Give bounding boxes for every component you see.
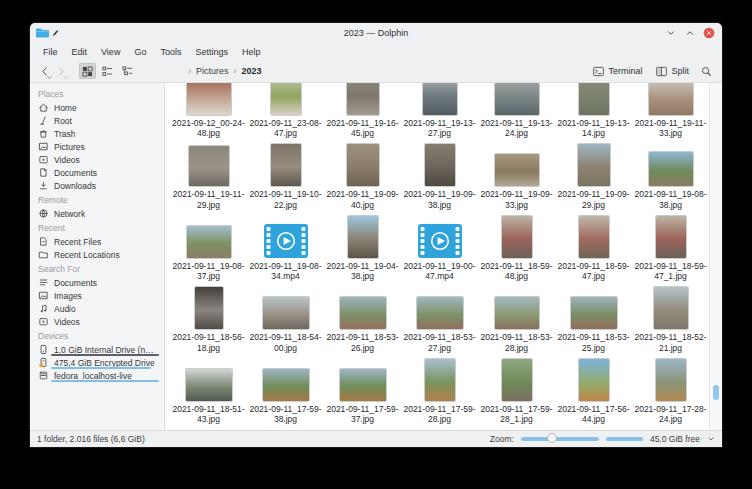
sidebar-item-audio[interactable]: Audio	[30, 302, 164, 315]
file-name: 2021-09-11_19-00-47.mp4	[401, 261, 478, 283]
sidebar-item-fedora-localhost-live[interactable]: fedora_localhost-live	[30, 369, 164, 382]
menu-item-help[interactable]: Help	[235, 45, 268, 59]
file-item[interactable]: 2021-09-11_19-10-22.jpg	[247, 140, 324, 212]
compact-view-button[interactable]	[99, 63, 116, 79]
sidebar-item-network[interactable]: Network	[30, 207, 164, 220]
breadcrumb-item-pictures[interactable]: Pictures	[194, 65, 231, 77]
file-item[interactable]: 2021-09-11_19-13-27.jpg	[401, 83, 478, 140]
file-item[interactable]: 2021-09-11_19-08-38.jpg	[632, 140, 709, 212]
sidebar-item-home[interactable]: Home	[30, 101, 164, 114]
content-area: PlacesHomeRootTrashPicturesVideosDocumen…	[30, 82, 722, 431]
sidebar-item-documents[interactable]: Documents	[30, 166, 164, 179]
file-item[interactable]: 2021-09-11_17-59-28.jpg	[401, 354, 478, 426]
file-item[interactable]: 2021-09-11_18-52-21.jpg	[632, 283, 709, 355]
file-item[interactable]: 2021-09-11_17-59-37.jpg	[324, 354, 401, 426]
file-item[interactable]: 2021-09-11_17-59-38.jpg	[247, 354, 324, 426]
photo-thumbnail	[401, 83, 478, 118]
breadcrumb-item-2023[interactable]: 2023	[240, 65, 264, 77]
minimize-button[interactable]	[665, 27, 677, 39]
file-item[interactable]: 2021-09-11_19-09-29.jpg	[555, 140, 632, 212]
file-item[interactable]: 2021-09-11_19-09-33.jpg	[478, 140, 555, 212]
file-item[interactable]: 2021-09-11_17-56-44.jpg	[555, 354, 632, 426]
file-item[interactable]: 2021-09-11_18-53-27.jpg	[401, 283, 478, 355]
download-icon	[38, 180, 49, 191]
back-dropdown-caret-icon	[47, 74, 52, 79]
sidebar-item-label: Root	[54, 116, 72, 126]
file-item[interactable]: 2021-09-11_18-59-48.jpg	[478, 211, 555, 283]
file-item[interactable]: 2021-09-11_19-00-47.mp4	[401, 211, 478, 283]
icons-view-button[interactable]	[79, 63, 96, 79]
scrollbar-thumb[interactable]	[713, 385, 719, 400]
sidebar-item-recent-files[interactable]: Recent Files	[30, 235, 164, 248]
menu-item-settings[interactable]: Settings	[188, 45, 235, 59]
photo-thumbnail	[247, 83, 324, 118]
file-name: 2021-09-11_19-04-38.jpg	[324, 261, 401, 283]
file-grid: 2021-09-12_00-24-48.jpg2021-09-11_23-08-…	[170, 83, 709, 426]
sidebar-item-downloads[interactable]: Downloads	[30, 179, 164, 192]
photo-thumbnail	[555, 354, 632, 404]
menu-item-file[interactable]: File	[36, 45, 65, 59]
photo-thumbnail	[401, 283, 478, 333]
photo-thumbnail	[324, 283, 401, 333]
file-item[interactable]: 2021-09-11_19-08-37.jpg	[170, 211, 247, 283]
sidebar-item-trash[interactable]: Trash	[30, 127, 164, 140]
file-item[interactable]: 2021-09-11_19-04-38.jpg	[324, 211, 401, 283]
search-icon	[701, 66, 712, 77]
search-button[interactable]	[698, 64, 715, 79]
photo-thumbnail	[170, 140, 247, 190]
menu-item-edit[interactable]: Edit	[65, 45, 95, 59]
file-item[interactable]: 2021-09-11_18-54-00.jpg	[247, 283, 324, 355]
file-item[interactable]: 2021-09-11_19-08-34.mp4	[247, 211, 324, 283]
forward-button[interactable]	[54, 63, 69, 79]
file-item[interactable]: 2021-09-11_19-16-45.jpg	[324, 83, 401, 140]
file-item[interactable]: 2021-09-11_18-59-47.jpg	[555, 211, 632, 283]
photo-thumbnail	[324, 140, 401, 190]
sidebar-item-videos[interactable]: Videos	[30, 315, 164, 328]
file-item[interactable]: 2021-09-11_18-51-43.jpg	[170, 354, 247, 426]
zoom-slider-handle[interactable]	[547, 433, 557, 443]
file-item[interactable]: 2021-09-11_19-13-24.jpg	[478, 83, 555, 140]
sidebar-item-images[interactable]: Images	[30, 289, 164, 302]
sidebar-section-remote: Remote	[30, 192, 164, 207]
sidebar-section-recent: Recent	[30, 220, 164, 235]
sidebar-item-documents[interactable]: Documents	[30, 276, 164, 289]
file-item[interactable]: 2021-09-11_19-11-33.jpg	[632, 83, 709, 140]
sidebar-item-475-4-gib-encrypted-drive[interactable]: 475,4 GiB Encrypted Drive	[30, 356, 164, 369]
split-button[interactable]: Split	[651, 64, 694, 79]
file-item[interactable]: 2021-09-11_18-53-28.jpg	[478, 283, 555, 355]
chevron-down-icon[interactable]	[707, 435, 715, 443]
file-item[interactable]: 2021-09-11_19-09-40.jpg	[324, 140, 401, 212]
file-item[interactable]: 2021-09-11_18-53-26.jpg	[324, 283, 401, 355]
menu-item-tools[interactable]: Tools	[153, 45, 188, 59]
vertical-scrollbar[interactable]	[709, 83, 722, 431]
file-item[interactable]: 2021-09-11_19-11-29.jpg	[170, 140, 247, 212]
sidebar-item-root[interactable]: Root	[30, 114, 164, 127]
file-item[interactable]: 2021-09-11_18-53-25.jpg	[555, 283, 632, 355]
menu-item-go[interactable]: Go	[127, 45, 153, 59]
sidebar-item-label: 475,4 GiB Encrypted Drive	[54, 358, 155, 368]
zoom-slider[interactable]	[521, 437, 599, 441]
maximize-button[interactable]	[684, 27, 696, 39]
file-item[interactable]: 2021-09-11_23-08-47.jpg	[247, 83, 324, 140]
file-item[interactable]: 2021-09-12_00-24-48.jpg	[170, 83, 247, 140]
file-name: 2021-09-11_18-53-28.jpg	[478, 332, 555, 354]
close-button[interactable]	[703, 27, 715, 39]
folder-view[interactable]: 2021-09-12_00-24-48.jpg2021-09-11_23-08-…	[165, 83, 709, 431]
file-item[interactable]: 2021-09-11_17-59-28_1.jpg	[478, 354, 555, 426]
sidebar-item-pictures[interactable]: Pictures	[30, 140, 164, 153]
back-button[interactable]	[37, 63, 52, 79]
file-item[interactable]: 2021-09-11_18-56-18.jpg	[170, 283, 247, 355]
sidebar-item-videos[interactable]: Videos	[30, 153, 164, 166]
recent-file-icon	[38, 236, 49, 247]
details-view-button[interactable]	[119, 63, 136, 79]
sidebar-item-recent-locations[interactable]: Recent Locations	[30, 248, 164, 261]
file-item[interactable]: 2021-09-11_19-13-14.jpg	[555, 83, 632, 140]
sidebar-item-1-0-gib-internal-drive-nvme0n-[interactable]: 1,0 GiB Internal Drive (nvme0n…	[30, 343, 164, 356]
menu-item-view[interactable]: View	[94, 45, 127, 59]
file-item[interactable]: 2021-09-11_18-59-47_1.jpg	[632, 211, 709, 283]
file-item[interactable]: 2021-09-11_17-28-24.jpg	[632, 354, 709, 426]
drive-small-icon	[38, 370, 49, 381]
terminal-button[interactable]: Terminal	[588, 64, 647, 79]
file-name: 2021-09-11_19-13-24.jpg	[478, 118, 555, 140]
file-item[interactable]: 2021-09-11_19-09-38.jpg	[401, 140, 478, 212]
